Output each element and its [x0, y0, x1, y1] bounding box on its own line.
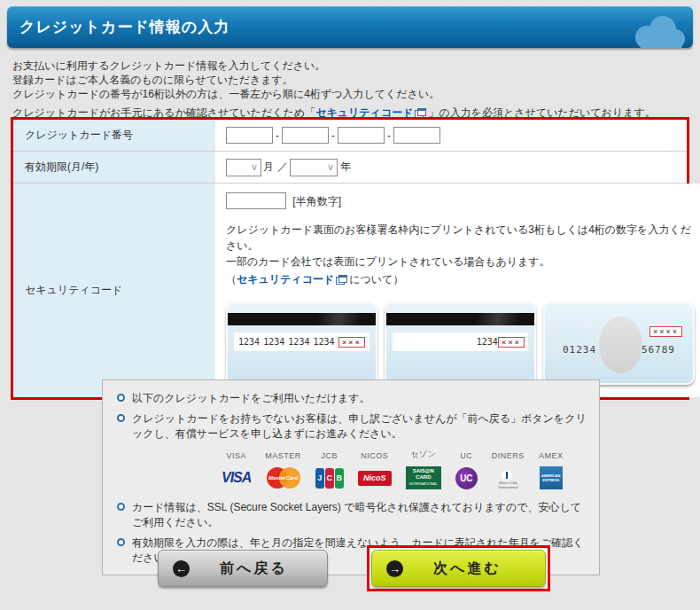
- page-header: クレジットカード情報の入力: [7, 6, 693, 48]
- cvc-highlight: ×××: [338, 337, 365, 348]
- card-number-input-3[interactable]: [338, 127, 385, 144]
- notice-item: カード情報は、SSL (Secure Socket Layers) で暗号化され…: [117, 500, 587, 530]
- button-row: ← 前へ戻る → 次へ進む: [158, 545, 550, 591]
- next-button-highlight: → 次へ進む: [367, 545, 550, 591]
- year-suffix: 年: [340, 160, 351, 175]
- card-number-label: クレジットカード番号: [13, 120, 215, 151]
- brand-mastercard: MASTER MasterCard: [265, 451, 301, 489]
- expiry-row: 有効期限(月/年) ∨ 月 ／ ∨ 年: [13, 152, 687, 184]
- card-number-row: クレジットカード番号 - - -: [13, 120, 687, 152]
- notice-item: 以下のクレジットカードをご利用いただけます。: [117, 391, 587, 406]
- jcb-logo-icon: JCB: [315, 466, 344, 489]
- uc-logo-icon: UC: [455, 466, 478, 489]
- nicos-logo-icon: NicoS: [358, 466, 392, 489]
- month-suffix: 月: [263, 160, 274, 175]
- signature-panel: 1234 1234 1234 1234 ×××: [234, 332, 369, 351]
- security-code-description: クレジットカード裏面のお客様署名枠内にプリントされている3桁もしくは4桁の数字を…: [226, 222, 695, 289]
- expiry-year-select[interactable]: ∨: [290, 159, 338, 176]
- next-button[interactable]: → 次へ進む: [371, 550, 546, 587]
- security-code-content: [半角数字] クレジットカード裏面のお客様署名枠内にプリントされている3桁もしく…: [215, 184, 700, 397]
- brand-saison: セゾン SAIS@NCARDINTERNATIONAL: [406, 449, 441, 489]
- expiry-slash: ／: [277, 160, 288, 175]
- next-arrow-icon: →: [386, 560, 403, 577]
- card-input-form: クレジットカード番号 - - - 有効期限(月/年) ∨ 月 ／ ∨ 年 セキュ…: [11, 117, 689, 400]
- security-code-input-line: [半角数字]: [226, 192, 695, 209]
- card-number-input-4[interactable]: [393, 127, 440, 144]
- security-code-link-line: （セキュリティコードについて）: [226, 271, 695, 289]
- visa-logo-icon: VISA: [222, 466, 251, 489]
- security-code-row: セキュリティコード [半角数字] クレジットカード裏面のお客様署名枠内にプリント…: [13, 184, 687, 397]
- page-title: クレジットカード情報の入力: [7, 17, 229, 37]
- card-number-input-2[interactable]: [282, 127, 329, 144]
- intro-line-3: クレジットカードの番号が16桁以外の方は、一番左から順に4桁ずつ入力してください…: [12, 87, 656, 101]
- popup-window-icon[interactable]: [336, 273, 347, 289]
- sample-card-images: 1234 1234 1234 1234 ××× 1234 ××× ××××: [226, 301, 695, 385]
- brand-amex: AMEX AMERICAN EXPRESS: [539, 451, 564, 489]
- security-code-label: セキュリティコード: [13, 184, 215, 397]
- brand-uc: UC UC: [455, 451, 478, 489]
- brand-nicos: NICOS NicoS: [358, 451, 392, 489]
- intro-line-1: お支払いに利用するクレジットカード情報を入力してください。: [12, 59, 656, 73]
- magnetic-stripe: [386, 313, 534, 325]
- bullet-circle-icon: [117, 394, 125, 402]
- bullet-circle-icon: [117, 538, 125, 546]
- bullet-circle-icon: [117, 503, 125, 511]
- separator: -: [387, 129, 391, 142]
- separator: -: [276, 129, 279, 142]
- card-back-4digit-image: 1234 ×××: [385, 301, 536, 385]
- expiry-month-select[interactable]: ∨: [226, 159, 261, 176]
- accepted-card-brands: VISA VISA MASTER MasterCard JCB JCB NICO…: [222, 449, 587, 489]
- amex-logo-icon: AMERICAN EXPRESS: [540, 466, 563, 489]
- bullet-circle-icon: [117, 414, 125, 422]
- signature-panel: 1234 ×××: [393, 332, 528, 351]
- card-number-input-1[interactable]: [226, 127, 273, 144]
- intro-line-2: 登録カードはご本人名義のものに限らせていただきます。: [12, 73, 656, 87]
- notice-item: クレジットカードをお持ちでないお客様は、申し訳ございませんが「前へ戻る」ボタンを…: [117, 411, 587, 442]
- hologram-oval: [599, 317, 642, 373]
- mastercard-logo-icon: MasterCard: [267, 466, 300, 489]
- format-note: [半角数字]: [292, 195, 341, 207]
- cvc-highlight: ×××: [498, 337, 525, 348]
- back-button[interactable]: ← 前へ戻る: [158, 550, 328, 587]
- security-code-about-link[interactable]: セキュリティコード: [237, 273, 334, 285]
- cvc-highlight: ××××: [649, 326, 682, 337]
- diners-logo-icon: Diners Club International: [493, 466, 523, 489]
- brand-diners: DINERS Diners Club International: [492, 451, 525, 489]
- card-front-amex-image: ×××× 01234 56789: [543, 301, 695, 385]
- separator: -: [331, 129, 335, 142]
- brand-visa: VISA VISA: [222, 451, 251, 489]
- expiry-inputs: ∨ 月 ／ ∨ 年: [215, 152, 687, 183]
- security-code-input[interactable]: [226, 192, 286, 209]
- brand-jcb: JCB JCB: [315, 451, 344, 489]
- card-back-16digit-image: 1234 1234 1234 1234 ×××: [226, 301, 377, 385]
- intro-text: お支払いに利用するクレジットカード情報を入力してください。 登録カードはご本人名…: [12, 59, 656, 121]
- back-arrow-icon: ←: [173, 560, 190, 577]
- saison-logo-icon: SAIS@NCARDINTERNATIONAL: [406, 466, 441, 489]
- expiry-label: 有効期限(月/年): [13, 152, 215, 183]
- magnetic-stripe: [228, 313, 376, 325]
- card-number-inputs: - - -: [215, 120, 687, 151]
- cloud-icon: [627, 14, 686, 48]
